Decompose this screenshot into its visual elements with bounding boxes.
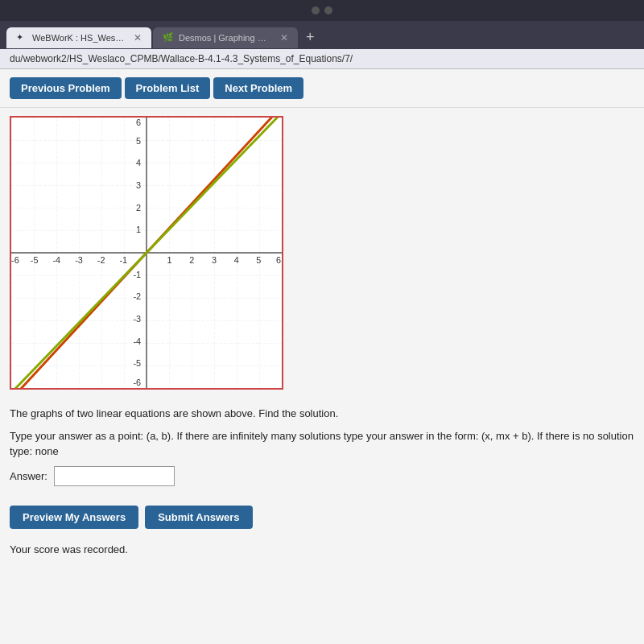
svg-text:-2: -2 [97, 255, 105, 265]
svg-text:-2: -2 [133, 291, 141, 301]
decorative-dots [0, 0, 644, 21]
svg-text:-1: -1 [133, 270, 141, 279]
svg-text:6: 6 [276, 255, 281, 265]
star-icon: ✦ [16, 32, 27, 43]
tab-desmos-close[interactable]: ✕ [280, 32, 288, 43]
leaf-icon: 🌿 [163, 32, 174, 43]
address-text: du/webwork2/HS_Weslaco_CPMB/Wallace-B-4.… [10, 53, 353, 64]
address-bar[interactable]: du/webwork2/HS_Weslaco_CPMB/Wallace-B-4.… [0, 49, 644, 69]
svg-text:-1: -1 [120, 255, 128, 265]
svg-text:-4: -4 [133, 336, 141, 346]
problem-description-2: Type your answer as a point: (a, b). If … [10, 428, 634, 460]
answer-label: Answer: [10, 470, 47, 482]
problem-description-1: The graphs of two linear equations are s… [10, 406, 634, 422]
browser-chrome: ✦ WeBWorK : HS_Weslaco_CPMB : ✕ 🌿 Desmos… [0, 21, 644, 69]
svg-text:-6: -6 [11, 255, 19, 265]
action-buttons: Preview My Answers Submit Answers [0, 506, 644, 537]
svg-text:3: 3 [136, 180, 141, 190]
dot-1 [312, 6, 320, 14]
svg-text:4: 4 [136, 158, 141, 167]
new-tab-button[interactable]: + [299, 26, 321, 49]
next-problem-button[interactable]: Next Problem [213, 77, 303, 99]
svg-text:3: 3 [212, 255, 217, 265]
svg-text:-3: -3 [75, 255, 83, 265]
problem-section: The graphs of two linear equations are s… [0, 398, 644, 506]
prev-problem-button[interactable]: Previous Problem [10, 77, 122, 99]
svg-text:6: 6 [136, 118, 141, 127]
svg-text:1: 1 [136, 225, 141, 234]
svg-text:1: 1 [167, 255, 172, 265]
preview-answers-button[interactable]: Preview My Answers [10, 506, 138, 529]
answer-row: Answer: [10, 466, 634, 486]
problem-list-button[interactable]: Problem List [125, 77, 211, 99]
svg-text:-5: -5 [133, 358, 141, 368]
svg-text:5: 5 [256, 255, 261, 265]
submit-answers-button[interactable]: Submit Answers [145, 506, 252, 529]
tab-bar: ✦ WeBWorK : HS_Weslaco_CPMB : ✕ 🌿 Desmos… [0, 21, 644, 49]
graph-container: 1 2 3 4 5 6 -1 -2 -3 -4 -5 -6 1 2 3 4 5 … [10, 116, 283, 390]
svg-text:-4: -4 [53, 255, 61, 265]
nav-buttons: Previous Problem Problem List Next Probl… [0, 69, 644, 108]
svg-text:-3: -3 [133, 314, 141, 324]
svg-text:-5: -5 [31, 255, 39, 265]
score-section: Your score was recorded. [0, 537, 644, 562]
tab-desmos-label: Desmos | Graphing Calculator [179, 33, 272, 43]
graph-svg: 1 2 3 4 5 6 -1 -2 -3 -4 -5 -6 1 2 3 4 5 … [11, 118, 282, 388]
tab-desmos[interactable]: 🌿 Desmos | Graphing Calculator ✕ [153, 27, 298, 48]
answer-input[interactable] [54, 466, 175, 486]
score-text: Your score was recorded. [10, 543, 128, 555]
content-area: Previous Problem Problem List Next Probl… [0, 69, 644, 644]
svg-text:-6: -6 [133, 378, 141, 387]
tab-webwork[interactable]: ✦ WeBWorK : HS_Weslaco_CPMB : ✕ [6, 27, 151, 48]
svg-text:5: 5 [136, 136, 141, 146]
tab-webwork-label: WeBWorK : HS_Weslaco_CPMB : [32, 33, 126, 43]
svg-text:2: 2 [189, 255, 194, 265]
dot-2 [324, 6, 332, 14]
svg-text:2: 2 [136, 203, 141, 213]
tab-webwork-close[interactable]: ✕ [134, 32, 142, 43]
svg-text:4: 4 [234, 255, 239, 265]
